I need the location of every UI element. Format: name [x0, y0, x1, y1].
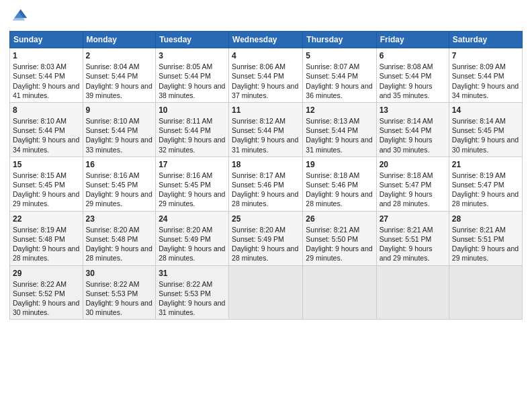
day-number: 11 [232, 105, 300, 116]
sunrise-label: Sunrise: 8:10 AM [13, 117, 66, 125]
sunrise-label: Sunrise: 8:20 AM [232, 226, 285, 234]
day-number: 29 [13, 268, 80, 279]
day-number: 8 [13, 105, 80, 116]
sunset-label: Sunset: 5:44 PM [159, 126, 211, 134]
daylight-label: Daylight: 9 hours and 30 minutes. [86, 299, 152, 316]
calendar-row: 29Sunrise: 8:22 AMSunset: 5:52 PMDayligh… [10, 265, 523, 320]
sunrise-label: Sunrise: 8:16 AM [86, 171, 140, 179]
daylight-label: Daylight: 9 hours and 28 minutes. [232, 190, 298, 208]
table-cell: 11Sunrise: 8:12 AMSunset: 5:44 PMDayligh… [229, 102, 303, 156]
table-cell: 9Sunrise: 8:10 AMSunset: 5:44 PMDaylight… [83, 102, 156, 156]
table-cell: 25Sunrise: 8:20 AMSunset: 5:49 PMDayligh… [229, 211, 303, 265]
daylight-label: Daylight: 9 hours and 28 minutes. [232, 244, 298, 262]
daylight-label: Daylight: 9 hours and 41 minutes. [13, 82, 79, 99]
logo [9, 7, 31, 26]
sunrise-label: Sunrise: 8:20 AM [159, 226, 212, 234]
table-cell: 18Sunrise: 8:17 AMSunset: 5:46 PMDayligh… [229, 156, 303, 211]
day-number: 28 [452, 214, 519, 224]
table-cell: 5Sunrise: 8:07 AMSunset: 5:44 PMDaylight… [303, 48, 376, 103]
col-thursday: Thursday [303, 32, 376, 48]
sunset-label: Sunset: 5:44 PM [86, 72, 138, 80]
sunset-label: Sunset: 5:45 PM [86, 181, 138, 189]
table-cell: 12Sunrise: 8:13 AMSunset: 5:44 PMDayligh… [303, 102, 376, 156]
day-number: 4 [232, 50, 300, 61]
sunset-label: Sunset: 5:48 PM [13, 235, 65, 243]
sunrise-label: Sunrise: 8:05 AM [159, 62, 212, 71]
sunrise-label: Sunrise: 8:22 AM [13, 280, 66, 288]
day-number: 21 [452, 159, 519, 170]
daylight-label: Daylight: 9 hours and 31 minutes. [306, 136, 372, 153]
day-number: 9 [86, 105, 153, 116]
day-number: 12 [306, 105, 373, 116]
sunset-label: Sunset: 5:53 PM [86, 289, 138, 298]
sunset-label: Sunset: 5:44 PM [306, 72, 358, 80]
sunrise-label: Sunrise: 8:07 AM [306, 62, 359, 71]
sunset-label: Sunset: 5:44 PM [452, 72, 504, 80]
table-cell: 28Sunrise: 8:21 AMSunset: 5:51 PMDayligh… [449, 211, 522, 265]
daylight-label: Daylight: 9 hours and 31 minutes. [159, 299, 225, 316]
day-number: 31 [159, 268, 226, 279]
sunrise-label: Sunrise: 8:04 AM [86, 62, 140, 71]
sunrise-label: Sunrise: 8:21 AM [306, 226, 359, 234]
sunset-label: Sunset: 5:44 PM [13, 126, 65, 134]
table-cell: 21Sunrise: 8:19 AMSunset: 5:47 PMDayligh… [449, 156, 522, 211]
sunset-label: Sunset: 5:45 PM [159, 181, 211, 189]
sunset-label: Sunset: 5:44 PM [380, 126, 432, 134]
daylight-label: Daylight: 9 hours and 33 minutes. [86, 136, 152, 153]
sunset-label: Sunset: 5:52 PM [13, 289, 65, 298]
table-cell: 3Sunrise: 8:05 AMSunset: 5:44 PMDaylight… [156, 48, 229, 103]
col-saturday: Saturday [449, 32, 522, 48]
daylight-label: Daylight: 9 hours and 29 minutes. [159, 190, 225, 208]
day-number: 6 [380, 50, 446, 61]
daylight-label: Daylight: 9 hours and 28 minutes. [380, 190, 433, 208]
sunset-label: Sunset: 5:46 PM [306, 181, 358, 189]
col-monday: Monday [83, 32, 156, 48]
sunrise-label: Sunrise: 8:18 AM [306, 171, 359, 179]
sunrise-label: Sunrise: 8:09 AM [452, 62, 506, 71]
table-cell: 20Sunrise: 8:18 AMSunset: 5:47 PMDayligh… [376, 156, 449, 211]
sunset-label: Sunset: 5:44 PM [86, 126, 138, 134]
sunrise-label: Sunrise: 8:19 AM [452, 171, 506, 179]
table-cell: 14Sunrise: 8:14 AMSunset: 5:45 PMDayligh… [449, 102, 522, 156]
table-cell: 31Sunrise: 8:22 AMSunset: 5:53 PMDayligh… [156, 265, 229, 320]
day-number: 3 [159, 50, 226, 61]
sunset-label: Sunset: 5:50 PM [306, 235, 358, 243]
daylight-label: Daylight: 9 hours and 29 minutes. [452, 244, 519, 262]
daylight-label: Daylight: 9 hours and 28 minutes. [86, 244, 152, 262]
day-number: 5 [306, 50, 373, 61]
table-cell: 26Sunrise: 8:21 AMSunset: 5:50 PMDayligh… [303, 211, 376, 265]
daylight-label: Daylight: 9 hours and 29 minutes. [306, 244, 372, 262]
daylight-label: Daylight: 9 hours and 29 minutes. [86, 190, 152, 208]
calendar-row: 8Sunrise: 8:10 AMSunset: 5:44 PMDaylight… [10, 102, 523, 156]
day-number: 10 [159, 105, 226, 116]
calendar-header-row: Sunday Monday Tuesday Wednesday Thursday… [10, 32, 523, 48]
day-number: 23 [86, 214, 153, 224]
daylight-label: Daylight: 9 hours and 28 minutes. [159, 244, 225, 262]
table-cell: 13Sunrise: 8:14 AMSunset: 5:44 PMDayligh… [376, 102, 449, 156]
sunset-label: Sunset: 5:44 PM [13, 72, 65, 80]
sunset-label: Sunset: 5:51 PM [380, 235, 432, 243]
table-cell: 2Sunrise: 8:04 AMSunset: 5:44 PMDaylight… [83, 48, 156, 103]
table-cell [449, 265, 522, 320]
day-number: 24 [159, 214, 226, 224]
table-cell: 6Sunrise: 8:08 AMSunset: 5:44 PMDaylight… [376, 48, 449, 103]
day-number: 20 [380, 159, 446, 170]
daylight-label: Daylight: 9 hours and 32 minutes. [159, 136, 225, 153]
page-container: Sunday Monday Tuesday Wednesday Thursday… [0, 0, 532, 325]
sunrise-label: Sunrise: 8:14 AM [380, 117, 433, 125]
sunrise-label: Sunrise: 8:03 AM [13, 62, 66, 71]
table-cell: 22Sunrise: 8:19 AMSunset: 5:48 PMDayligh… [10, 211, 83, 265]
day-number: 14 [452, 105, 519, 116]
day-number: 30 [86, 268, 153, 279]
daylight-label: Daylight: 9 hours and 34 minutes. [13, 136, 79, 153]
sunset-label: Sunset: 5:46 PM [232, 181, 284, 189]
table-cell: 19Sunrise: 8:18 AMSunset: 5:46 PMDayligh… [303, 156, 376, 211]
sunrise-label: Sunrise: 8:22 AM [86, 280, 140, 288]
sunrise-label: Sunrise: 8:21 AM [380, 226, 433, 234]
sunset-label: Sunset: 5:49 PM [232, 235, 284, 243]
daylight-label: Daylight: 9 hours and 34 minutes. [452, 82, 519, 99]
daylight-label: Daylight: 9 hours and 35 minutes. [380, 82, 433, 99]
day-number: 1 [13, 50, 80, 61]
daylight-label: Daylight: 9 hours and 28 minutes. [13, 244, 79, 262]
daylight-label: Daylight: 9 hours and 30 minutes. [380, 136, 433, 153]
